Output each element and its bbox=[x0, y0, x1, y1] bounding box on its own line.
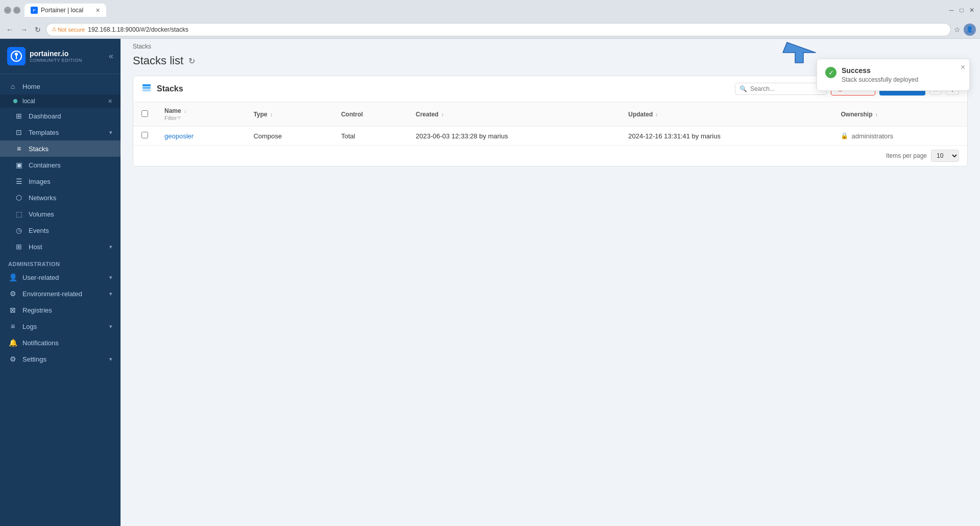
select-all-checkbox[interactable] bbox=[141, 110, 148, 117]
sidebar-item-label-registries: Registries bbox=[22, 306, 52, 314]
row-name-cell: geoposler bbox=[156, 127, 245, 146]
sidebar-item-local[interactable]: local ✕ bbox=[0, 94, 121, 108]
breadcrumb-text: Stacks bbox=[133, 43, 151, 50]
toast-check-icon: ✓ bbox=[825, 67, 836, 78]
sidebar-item-networks[interactable]: ⬡ Networks bbox=[0, 189, 121, 206]
col-type-label: Type bbox=[253, 111, 267, 118]
sidebar-item-label-images: Images bbox=[29, 178, 51, 185]
sidebar-item-images[interactable]: ☰ Images bbox=[0, 173, 121, 189]
sidebar-item-dashboard[interactable]: ⊞ Dashboard bbox=[0, 108, 121, 124]
row-updated-cell: 2024-12-16 13:31:41 by marius bbox=[620, 127, 832, 146]
sidebar-logo-area: portainer.io COMMUNITY EDITION « bbox=[0, 39, 121, 74]
address-bar[interactable]: ⚠ Not secure 192.168.1.18:9000/#/2/docke… bbox=[46, 23, 951, 36]
ownership-lock-icon: 🔒 bbox=[841, 132, 848, 139]
sidebar-item-label-logs: Logs bbox=[22, 323, 37, 330]
svg-rect-5 bbox=[142, 84, 151, 86]
stack-name-link[interactable]: geoposler bbox=[164, 132, 194, 140]
sidebar-item-containers[interactable]: ▣ Containers bbox=[0, 157, 121, 173]
sidebar-item-label-notifications: Notifications bbox=[22, 339, 59, 347]
toast-message: Stack successfully deployed bbox=[842, 76, 961, 83]
templates-chevron-icon: ▾ bbox=[109, 129, 112, 136]
browser-window-controls-left: ─ □ bbox=[4, 7, 20, 14]
volumes-icon: ⬚ bbox=[14, 210, 23, 218]
forward-btn[interactable]: → bbox=[18, 25, 30, 35]
row-type-cell: Compose bbox=[245, 127, 333, 146]
sidebar-item-logs[interactable]: ≡ Logs ▾ bbox=[0, 318, 121, 334]
home-icon: ⌂ bbox=[8, 82, 17, 90]
main-content: Stacks Stacks list ↻ Stacks bbox=[121, 39, 980, 526]
items-per-page-select[interactable]: 10 25 50 100 bbox=[931, 150, 959, 162]
maximize-btn[interactable]: □ bbox=[13, 7, 20, 14]
sidebar-item-registries[interactable]: ⊠ Registries bbox=[0, 302, 121, 318]
col-control-label: Control bbox=[341, 111, 363, 118]
stacks-nav-icon: ≡ bbox=[14, 145, 23, 153]
row-created-cell: 2023-06-03 12:33:28 by marius bbox=[408, 127, 620, 146]
sidebar-item-stacks[interactable]: ≡ Stacks bbox=[0, 140, 121, 157]
browser-window-controls-right: ─ □ ✕ bbox=[947, 6, 976, 14]
table-header-ownership: Ownership ↕ bbox=[832, 102, 967, 127]
admin-section-label: Administration bbox=[0, 255, 121, 269]
active-tab[interactable]: P Portainer | local ✕ bbox=[25, 4, 106, 17]
minimize-btn[interactable]: ─ bbox=[4, 7, 11, 14]
win-minimize-btn[interactable]: ─ bbox=[947, 6, 955, 14]
sidebar-item-label-user-related: User-related bbox=[22, 274, 59, 281]
table-header-type: Type ↕ bbox=[245, 102, 333, 127]
tab-close-btn[interactable]: ✕ bbox=[95, 7, 100, 14]
address-bar-row: ← → ↻ ⚠ Not secure 192.168.1.18:9000/#/2… bbox=[0, 20, 980, 39]
sidebar-item-events[interactable]: ◷ Events bbox=[0, 222, 121, 238]
logo-sub: COMMUNITY EDITION bbox=[30, 58, 82, 63]
sidebar-collapse-btn[interactable]: « bbox=[109, 52, 113, 61]
svg-point-1 bbox=[15, 53, 18, 56]
table-header-checkbox-cell bbox=[133, 102, 156, 127]
search-icon: 🔍 bbox=[739, 85, 747, 92]
sidebar: portainer.io COMMUNITY EDITION « ⌂ Home … bbox=[0, 39, 121, 526]
row-checkbox[interactable] bbox=[141, 132, 148, 138]
ownership-sort-icon: ↕ bbox=[875, 112, 878, 117]
sidebar-item-settings[interactable]: ⚙ Settings ▾ bbox=[0, 351, 121, 367]
table-footer: Items per page 10 25 50 100 bbox=[133, 146, 967, 166]
sidebar-item-volumes[interactable]: ⬚ Volumes bbox=[0, 206, 121, 222]
table-header-control: Control bbox=[333, 102, 408, 127]
logs-chevron-icon: ▾ bbox=[109, 323, 112, 330]
stacks-table: Name ↓ Filter ▿ Type ↕ bbox=[133, 102, 967, 146]
sidebar-item-label-stacks: Stacks bbox=[29, 145, 49, 153]
notifications-icon: 🔔 bbox=[8, 339, 17, 347]
sidebar-item-label-local: local bbox=[22, 98, 35, 105]
success-toast: ✓ Success Stack successfully deployed × bbox=[817, 59, 970, 91]
win-restore-btn[interactable]: □ bbox=[958, 6, 966, 14]
sidebar-item-environment-related[interactable]: ⚙ Environment-related ▾ bbox=[0, 285, 121, 302]
sidebar-item-label-networks: Networks bbox=[29, 194, 56, 202]
toast-close-btn[interactable]: × bbox=[961, 63, 965, 71]
search-box[interactable]: 🔍 ✕ bbox=[735, 83, 827, 95]
refresh-btn[interactable]: ↻ bbox=[188, 56, 195, 66]
environment-related-icon: ⚙ bbox=[8, 290, 17, 298]
search-input[interactable] bbox=[750, 85, 827, 92]
sidebar-item-home[interactable]: ⌂ Home bbox=[0, 78, 121, 94]
sidebar-item-label-settings: Settings bbox=[22, 355, 46, 363]
sidebar-item-user-related[interactable]: 👤 User-related ▾ bbox=[0, 269, 121, 285]
reload-btn[interactable]: ↻ bbox=[33, 25, 43, 35]
not-secure-indicator: ⚠ Not secure bbox=[52, 26, 85, 33]
bookmark-btn[interactable]: ☆ bbox=[954, 26, 961, 34]
col-updated-label: Updated bbox=[628, 111, 653, 118]
tab-favicon: P bbox=[31, 7, 38, 14]
sidebar-nav: ⌂ Home local ✕ ⊞ Dashboard ⊡ Templates ▾ bbox=[0, 74, 121, 526]
address-text: 192.168.1.18:9000/#/2/docker/stacks bbox=[88, 26, 188, 33]
stacks-card-icon bbox=[141, 83, 152, 95]
sidebar-item-host[interactable]: ⊞ Host ▾ bbox=[0, 238, 121, 255]
browser-chrome: ─ □ P Portainer | local ✕ ─ □ ✕ bbox=[0, 0, 980, 20]
profile-btn[interactable]: 👤 bbox=[964, 23, 976, 36]
card-title-area: Stacks bbox=[141, 83, 183, 95]
filter-btn[interactable]: Filter ▿ bbox=[164, 114, 181, 121]
table-header-name: Name ↓ Filter ▿ bbox=[156, 102, 245, 127]
win-close-btn[interactable]: ✕ bbox=[968, 6, 976, 14]
sidebar-item-notifications[interactable]: 🔔 Notifications bbox=[0, 334, 121, 351]
sidebar-item-templates[interactable]: ⊡ Templates ▾ bbox=[0, 124, 121, 140]
back-btn[interactable]: ← bbox=[4, 25, 15, 35]
table-row: geoposler Compose Total 2023-06-03 12:33… bbox=[133, 127, 967, 146]
row-control-cell: Total bbox=[333, 127, 408, 146]
endpoint-close-btn[interactable]: ✕ bbox=[108, 98, 112, 105]
host-chevron-icon: ▾ bbox=[109, 244, 112, 250]
tab-title: Portainer | local bbox=[41, 7, 83, 14]
sidebar-item-label-host: Host bbox=[29, 243, 42, 251]
